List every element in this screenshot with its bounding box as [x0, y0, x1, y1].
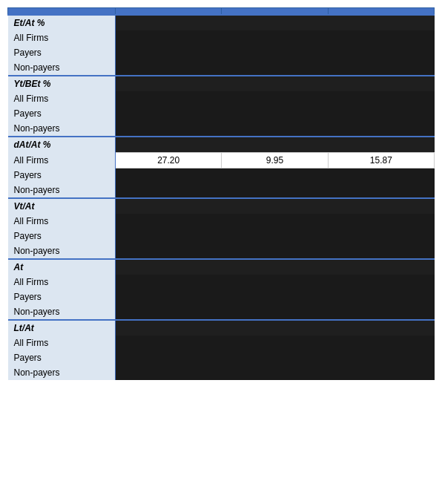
data-cell-yt_bet-2-1: [222, 121, 328, 137]
data-cell-lt_at-2-1: [222, 365, 328, 380]
table-row: Non-payers: [8, 365, 435, 380]
section-header-cell-lt_at-2: [328, 320, 434, 336]
section-header-yt_bet: Yt/BEt %: [8, 76, 435, 91]
section-header-cell-at-1: [222, 259, 328, 275]
section-label-dat_at: dAt/At %: [8, 137, 116, 152]
section-header-cell-et_at-2: [328, 15, 434, 30]
data-cell-at-0-2: [328, 275, 434, 289]
data-cell-lt_at-1-1: [222, 350, 328, 365]
section-header-at: At: [8, 259, 435, 275]
table-row: All Firms: [8, 91, 435, 106]
table-row: Payers: [8, 45, 435, 60]
row-label-yt_bet-1: Payers: [8, 106, 116, 121]
row-label-at-1: Payers: [8, 289, 116, 304]
section-label-at: At: [8, 259, 116, 275]
section-header-cell-at-2: [328, 259, 434, 275]
table-row: All Firms: [8, 336, 435, 350]
table-row: Non-payers: [8, 304, 435, 320]
data-cell-vt_at-2-2: [328, 243, 434, 259]
col2-header: [222, 8, 328, 16]
section-header-cell-vt_at-0: [116, 198, 222, 214]
col0-header: [8, 8, 116, 16]
data-cell-at-0-1: [222, 275, 328, 289]
row-label-et_at-2: Non-payers: [8, 60, 116, 76]
data-cell-lt_at-0-2: [328, 336, 434, 350]
table-row: Non-payers: [8, 243, 435, 259]
data-cell-dat_at-1-2: [328, 168, 434, 183]
section-header-cell-yt_bet-1: [222, 76, 328, 91]
data-cell-et_at-0-0: [116, 30, 222, 45]
row-label-yt_bet-0: All Firms: [8, 91, 116, 106]
data-cell-lt_at-0-0: [116, 336, 222, 350]
data-cell-et_at-2-1: [222, 60, 328, 76]
data-cell-et_at-0-1: [222, 30, 328, 45]
section-header-cell-et_at-1: [222, 15, 328, 30]
data-cell-et_at-1-0: [116, 45, 222, 60]
data-cell-vt_at-1-2: [328, 229, 434, 243]
data-cell-yt_bet-2-0: [116, 121, 222, 137]
data-cell-lt_at-0-1: [222, 336, 328, 350]
data-cell-dat_at-2-0: [116, 183, 222, 198]
data-cell-dat_at-0-0: 27.20: [116, 152, 222, 168]
row-label-dat_at-2: Non-payers: [8, 183, 116, 198]
row-label-vt_at-1: Payers: [8, 229, 116, 243]
row-label-et_at-0: All Firms: [8, 30, 116, 45]
section-header-cell-dat_at-1: [222, 137, 328, 152]
data-cell-at-1-1: [222, 289, 328, 304]
table-row: Payers: [8, 229, 435, 243]
data-cell-dat_at-2-1: [222, 183, 328, 198]
row-label-vt_at-2: Non-payers: [8, 243, 116, 259]
section-label-et_at: Et/At %: [8, 15, 116, 30]
section-header-cell-lt_at-0: [116, 320, 222, 336]
row-label-at-0: All Firms: [8, 275, 116, 289]
data-cell-at-0-0: [116, 275, 222, 289]
table-row: Payers: [8, 106, 435, 121]
table-row: Non-payers: [8, 60, 435, 76]
data-cell-et_at-1-1: [222, 45, 328, 60]
section-label-lt_at: Lt/At: [8, 320, 116, 336]
data-cell-et_at-0-2: [328, 30, 434, 45]
row-label-dat_at-1: Payers: [8, 168, 116, 183]
main-table: Et/At %All FirmsPayersNon-payersYt/BEt %…: [7, 7, 435, 380]
data-cell-vt_at-0-0: [116, 214, 222, 229]
table-row: All Firms27.209.9515.87: [8, 152, 435, 168]
section-header-lt_at: Lt/At: [8, 320, 435, 336]
row-label-lt_at-0: All Firms: [8, 336, 116, 350]
data-cell-yt_bet-1-2: [328, 106, 434, 121]
table-row: Payers: [8, 350, 435, 365]
data-cell-dat_at-2-2: [328, 183, 434, 198]
data-cell-et_at-2-2: [328, 60, 434, 76]
data-cell-at-1-2: [328, 289, 434, 304]
data-cell-yt_bet-0-0: [116, 91, 222, 106]
section-header-cell-dat_at-2: [328, 137, 434, 152]
row-label-lt_at-1: Payers: [8, 350, 116, 365]
row-label-lt_at-2: Non-payers: [8, 365, 116, 380]
data-cell-dat_at-1-0: [116, 168, 222, 183]
section-header-cell-dat_at-0: [116, 137, 222, 152]
section-label-vt_at: Vt/At: [8, 198, 116, 214]
data-cell-vt_at-0-1: [222, 214, 328, 229]
data-cell-vt_at-1-1: [222, 229, 328, 243]
section-header-cell-yt_bet-2: [328, 76, 434, 91]
section-label-yt_bet: Yt/BEt %: [8, 76, 116, 91]
section-header-et_at: Et/At %: [8, 15, 435, 30]
section-header-dat_at: dAt/At %: [8, 137, 435, 152]
row-label-et_at-1: Payers: [8, 45, 116, 60]
data-cell-dat_at-1-1: [222, 168, 328, 183]
col1-header: [116, 8, 222, 16]
table-row: All Firms: [8, 214, 435, 229]
data-cell-vt_at-1-0: [116, 229, 222, 243]
data-cell-vt_at-2-0: [116, 243, 222, 259]
data-cell-yt_bet-1-0: [116, 106, 222, 121]
data-cell-at-1-0: [116, 289, 222, 304]
col3-header: [328, 8, 434, 16]
data-cell-dat_at-0-2: 15.87: [328, 152, 434, 168]
section-header-cell-yt_bet-0: [116, 76, 222, 91]
section-header-cell-lt_at-1: [222, 320, 328, 336]
section-header-cell-at-0: [116, 259, 222, 275]
row-label-dat_at-0: All Firms: [8, 152, 116, 168]
table-row: Payers: [8, 168, 435, 183]
data-cell-yt_bet-0-2: [328, 91, 434, 106]
data-cell-at-2-0: [116, 304, 222, 320]
row-label-yt_bet-2: Non-payers: [8, 121, 116, 137]
